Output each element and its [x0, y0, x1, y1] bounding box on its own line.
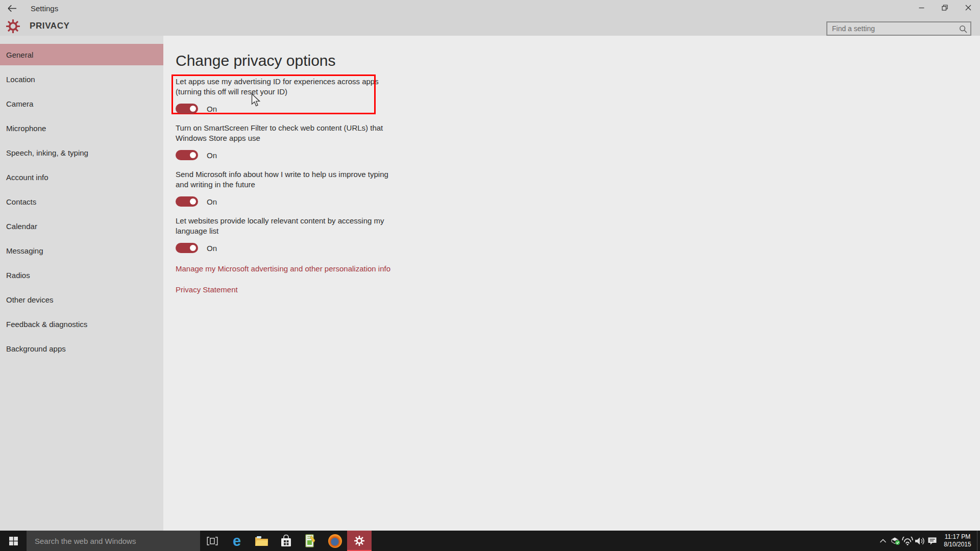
show-desktop-button[interactable]: [977, 531, 980, 551]
settings-window: Settings: [0, 0, 980, 551]
sidebar-item-background-apps[interactable]: Background apps: [0, 338, 163, 359]
volume-button[interactable]: [914, 531, 926, 551]
toggle-knob: [190, 198, 196, 205]
find-setting-input[interactable]: [827, 22, 970, 35]
privacy-statement-link[interactable]: Privacy Statement: [176, 285, 980, 294]
links-section: Manage my Microsoft advertising and othe…: [176, 264, 980, 294]
network-button[interactable]: [901, 531, 914, 551]
action-center-icon: [927, 537, 937, 545]
settings-app-button[interactable]: [347, 531, 372, 551]
privacy-general-panel: Change privacy options Let apps use my a…: [163, 36, 980, 531]
sidebar-item-location[interactable]: Location: [0, 68, 163, 90]
clock-time: 11:17 PM: [941, 533, 974, 541]
firefox-button[interactable]: [323, 531, 347, 551]
advertising-id-toggle[interactable]: [176, 104, 198, 114]
manage-advertising-link[interactable]: Manage my Microsoft advertising and othe…: [176, 264, 980, 273]
setting-description: Let websites provide locally relevant co…: [176, 216, 390, 236]
clock-date: 8/10/2015: [941, 541, 974, 548]
setting-description: Send Microsoft info about how I write to…: [176, 169, 390, 190]
sidebar-item-speech-inking-typing[interactable]: Speech, inking, & typing: [0, 142, 163, 163]
sidebar-item-radios[interactable]: Radios: [0, 264, 163, 286]
document-app-icon: [305, 534, 316, 547]
toggle-knob: [190, 106, 196, 112]
sync-status-button[interactable]: [889, 531, 901, 551]
task-view-button[interactable]: [200, 531, 225, 551]
smartscreen-toggle[interactable]: [176, 150, 198, 160]
edge-icon: e: [233, 534, 241, 548]
top-band: Settings: [0, 0, 980, 36]
chevron-up-icon: [879, 539, 887, 543]
app-title: Settings: [31, 4, 58, 13]
privacy-gear-icon: [6, 19, 20, 33]
store-button[interactable]: [274, 531, 298, 551]
toggle-knob: [190, 152, 196, 158]
file-explorer-button[interactable]: [249, 531, 274, 551]
language-list-toggle[interactable]: [176, 243, 198, 253]
sidebar-item-calendar[interactable]: Calendar: [0, 215, 163, 237]
settings-gear-icon: [354, 536, 364, 546]
setting-description: Turn on SmartScreen Filter to check web …: [176, 123, 390, 143]
restore-icon: [942, 5, 948, 11]
system-tray: 11:17 PM 8/10/2015: [877, 531, 980, 551]
minimize-icon: [919, 5, 924, 11]
sidebar-item-general[interactable]: General: [0, 44, 163, 65]
sidebar-item-microphone[interactable]: Microphone: [0, 117, 163, 139]
toggle-row: On: [176, 196, 390, 207]
page-title: PRIVACY: [30, 21, 70, 31]
file-explorer-icon: [255, 536, 268, 546]
sidebar-item-camera[interactable]: Camera: [0, 93, 163, 114]
toggle-state-label: On: [207, 105, 217, 113]
find-setting-search[interactable]: [826, 21, 971, 36]
close-icon: [965, 5, 971, 11]
typing-info-toggle[interactable]: [176, 196, 198, 207]
toggle-knob: [190, 245, 196, 251]
section-heading: Change privacy options: [176, 52, 980, 69]
setting-language-list: Let websites provide locally relevant co…: [176, 216, 390, 253]
restore-button[interactable]: [933, 0, 957, 15]
setting-description: Let apps use my advertising ID for exper…: [176, 77, 390, 97]
sidebar-item-account-info[interactable]: Account info: [0, 166, 163, 188]
back-button[interactable]: [0, 0, 23, 16]
document-app-button[interactable]: [298, 531, 323, 551]
titlebar: Settings: [0, 0, 980, 16]
window-controls: [910, 0, 980, 15]
taskbar-search-input[interactable]: [27, 537, 200, 545]
toggle-state-label: On: [207, 151, 217, 160]
toggle-row: On: [176, 150, 390, 160]
close-button[interactable]: [957, 0, 980, 15]
search-icon: [959, 25, 967, 35]
page-header: PRIVACY: [0, 16, 70, 36]
wifi-icon: [902, 537, 913, 545]
sidebar-item-messaging[interactable]: Messaging: [0, 240, 163, 261]
sidebar-item-other-devices[interactable]: Other devices: [0, 289, 163, 310]
taskbar-clock[interactable]: 11:17 PM 8/10/2015: [941, 533, 974, 548]
privacy-sidebar: General Location Camera Microphone Speec…: [0, 36, 163, 531]
start-button[interactable]: [0, 531, 27, 551]
hidden-icons-button[interactable]: [877, 531, 889, 551]
sidebar-item-contacts[interactable]: Contacts: [0, 191, 163, 212]
setting-smartscreen: Turn on SmartScreen Filter to check web …: [176, 123, 390, 160]
taskbar: e: [0, 531, 980, 551]
setting-advertising-id: Let apps use my advertising ID for exper…: [176, 77, 390, 114]
firefox-icon: [328, 534, 342, 548]
setting-typing-info: Send Microsoft info about how I write to…: [176, 169, 390, 207]
minimize-button[interactable]: [910, 0, 933, 15]
action-center-button[interactable]: [926, 531, 938, 551]
toggle-row: On: [176, 243, 390, 253]
back-arrow-icon: [7, 5, 17, 12]
sync-status-icon: [891, 537, 900, 545]
windows-logo-icon: [9, 537, 18, 545]
toggle-row: On: [176, 104, 390, 114]
volume-icon: [915, 537, 925, 545]
edge-button[interactable]: e: [225, 531, 249, 551]
task-view-icon: [207, 537, 218, 545]
toggle-state-label: On: [207, 244, 217, 253]
taskbar-search-box[interactable]: [27, 531, 200, 551]
sidebar-item-feedback-diagnostics[interactable]: Feedback & diagnostics: [0, 313, 163, 335]
store-icon: [280, 535, 292, 547]
toggle-state-label: On: [207, 197, 217, 206]
